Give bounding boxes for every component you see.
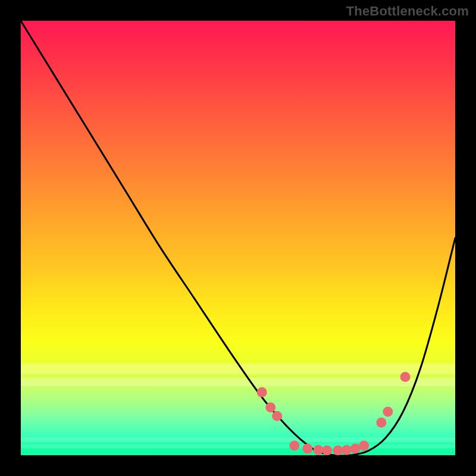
curve-line	[21, 21, 455, 455]
curve-marker	[342, 445, 352, 455]
curve-marker	[272, 411, 282, 421]
plot-area	[21, 21, 455, 455]
curve-marker	[314, 445, 324, 455]
watermark-text: TheBottleneck.com	[346, 4, 469, 19]
chart-container: TheBottleneck.com	[0, 0, 476, 476]
curve-svg	[21, 21, 455, 455]
curve-marker	[359, 440, 369, 450]
bottleneck-curve-path	[21, 21, 455, 455]
curve-marker	[376, 418, 386, 428]
curve-marker	[257, 387, 267, 397]
curve-marker	[265, 402, 275, 412]
curve-marker	[350, 444, 361, 454]
curve-marker	[333, 445, 343, 455]
curve-markers	[257, 372, 411, 455]
curve-marker	[400, 372, 411, 382]
curve-marker	[289, 440, 299, 450]
curve-marker	[322, 445, 332, 455]
curve-marker	[383, 407, 393, 417]
curve-marker	[302, 444, 312, 454]
